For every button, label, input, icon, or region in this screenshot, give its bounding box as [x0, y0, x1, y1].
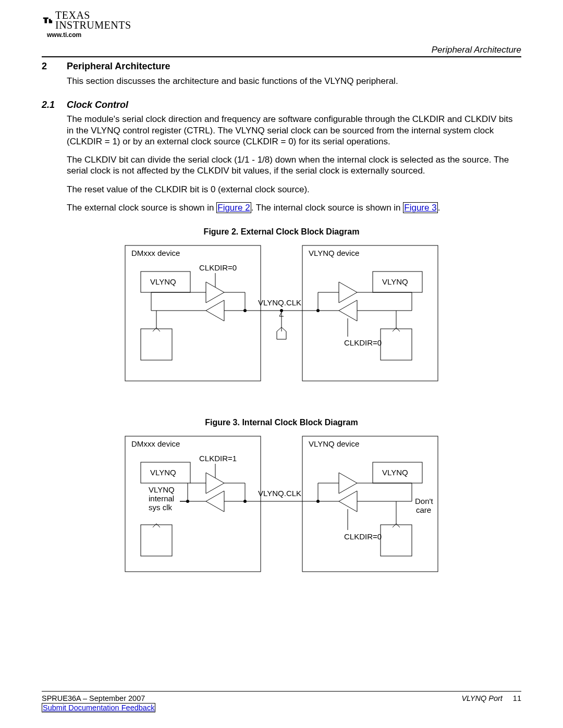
svg-rect-1 — [302, 245, 438, 381]
external-clock-diagram: DMxxx device VLYNQ device VLYNQ VLYNQ CL… — [120, 240, 443, 386]
figure-2-caption: Figure 2. External Clock Block Diagram — [42, 227, 521, 237]
internal-label-2: sys clk — [149, 503, 173, 512]
paragraph: The CLKDIV bit can divide the serial clo… — [67, 154, 521, 177]
dont-care-1: Don't — [415, 497, 433, 505]
figure-3-caption: Figure 3. Internal Clock Block Diagram — [42, 417, 521, 428]
left-device-label: DMxxx device — [131, 249, 180, 257]
page-footer: SPRUE36A – September 2007 Submit Documen… — [42, 691, 521, 712]
running-header: Peripheral Architecture — [432, 44, 521, 55]
page-number: 11 — [513, 694, 521, 703]
svg-marker-17 — [339, 300, 357, 321]
section-number: 2 — [42, 60, 52, 72]
dont-care-2: care — [416, 505, 431, 514]
text-run: . The internal clock source is shown in — [251, 203, 403, 213]
submit-feedback-link[interactable]: Submit Documentation Feedback — [42, 703, 155, 712]
ti-url: www.ti.com — [47, 31, 131, 39]
vlynq-label-left: VLYNQ — [150, 277, 176, 286]
footer-right-label: VLYNQ Port — [461, 694, 502, 703]
clkdir-right-label: CLKDIR=0 — [344, 338, 382, 347]
vlynq-label-right: VLYNQ — [382, 277, 408, 286]
figure-3-link[interactable]: Figure 3 — [403, 202, 437, 213]
vlynq-internal-label: VLYNQ — [149, 485, 175, 494]
figure-2-diagram: DMxxx device VLYNQ device VLYNQ VLYNQ CL… — [42, 240, 521, 386]
paragraph: The reset value of the CLKDIR bit is 0 (… — [67, 184, 521, 195]
paragraph: The external clock source is shown in Fi… — [67, 202, 521, 213]
svg-point-44 — [186, 500, 189, 503]
brand-bottom: INSTRUMENTS — [55, 19, 131, 31]
paragraph: The module's serial clock direction and … — [67, 114, 521, 147]
section-title: Peripheral Architecture — [67, 60, 170, 72]
footer-left: SPRUE36A – September 2007 Submit Documen… — [42, 694, 155, 712]
svg-rect-14 — [141, 329, 172, 360]
svg-rect-25 — [381, 329, 412, 360]
text-run: . — [438, 203, 440, 213]
section-intro: This section discusses the architecture … — [67, 76, 521, 87]
section-heading: 2 Peripheral Architecture — [42, 60, 521, 72]
clkdir-right-label: CLKDIR=0 — [344, 532, 382, 541]
svg-marker-50 — [339, 473, 357, 493]
svg-marker-51 — [339, 491, 357, 512]
subsection-title: Clock Control — [67, 99, 128, 111]
subsection-number: 2.1 — [42, 99, 56, 111]
doc-id: SPRUE36A – September 2007 — [42, 694, 145, 702]
ti-logo-block: TEXAS INSTRUMENTS www.ti.com — [42, 10, 131, 39]
figure-3-diagram: DMxxx device VLYNQ device VLYNQ VLYNQ VL… — [42, 431, 521, 577]
ti-chip-icon — [42, 15, 53, 26]
document-page: TEXAS INSTRUMENTS www.ti.com Peripheral … — [0, 0, 563, 728]
header-rule — [42, 56, 521, 57]
ti-wordmark: TEXAS INSTRUMENTS — [55, 10, 131, 30]
svg-marker-5 — [206, 300, 224, 321]
svg-point-30 — [280, 309, 283, 312]
vlynq-label-right: VLYNQ — [382, 468, 408, 477]
svg-rect-33 — [125, 436, 261, 572]
ti-logo: TEXAS INSTRUMENTS — [42, 10, 131, 30]
right-device-label: VLYNQ device — [309, 249, 359, 257]
left-device-label: DMxxx device — [131, 439, 180, 448]
internal-label-1: internal — [149, 494, 174, 503]
clkdir-left-label: CLKDIR=1 — [199, 454, 237, 463]
svg-marker-16 — [339, 282, 357, 303]
vlynq-clk-label: VLYNQ.CLK — [258, 489, 301, 498]
svg-rect-49 — [141, 525, 172, 556]
page-content: 2 Peripheral Architecture This section d… — [42, 60, 521, 577]
figure-2-link[interactable]: Figure 2 — [216, 202, 251, 213]
clkdir-left-label: CLKDIR=0 — [199, 263, 237, 272]
vlynq-clk-label: VLYNQ.CLK — [258, 298, 301, 307]
svg-rect-59 — [381, 525, 412, 556]
right-device-label: VLYNQ device — [309, 439, 359, 448]
svg-rect-0 — [125, 245, 261, 381]
text-run: The external clock source is shown in — [67, 203, 216, 213]
subsection-heading: 2.1 Clock Control — [42, 99, 521, 111]
internal-clock-diagram: DMxxx device VLYNQ device VLYNQ VLYNQ VL… — [120, 431, 443, 577]
vlynq-label-left: VLYNQ — [150, 468, 176, 477]
svg-marker-39 — [206, 491, 224, 512]
footer-right: VLYNQ Port 11 — [461, 694, 521, 703]
